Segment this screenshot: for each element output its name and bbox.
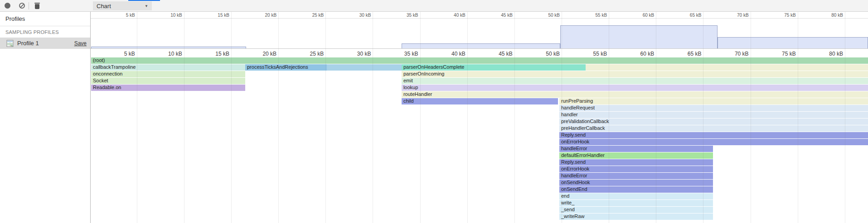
- overview-ruler: 5 kB10 kB15 kB20 kB25 kB30 kB35 kB40 kB4…: [91, 12, 868, 18]
- flame-bar-reply-send[interactable]: Reply.send: [559, 132, 868, 138]
- flame-bar-onconnection[interactable]: onconnection: [91, 71, 245, 77]
- ruler-tick-label: 25 kB: [296, 13, 324, 18]
- trash-icon[interactable]: [34, 3, 40, 9]
- flame-bar-root[interactable]: (root): [91, 57, 868, 64]
- overview-segment: [718, 37, 868, 48]
- flame-bar-defaulterrorhandler[interactable]: defaultErrorHandler: [559, 152, 713, 159]
- ruler-tick-label: 35 kB: [389, 51, 418, 57]
- ruler-tick-label: 10 kB: [153, 51, 182, 57]
- active-tab-indicator: [128, 0, 160, 1]
- ruler-tick-label: 65 kB: [674, 13, 701, 18]
- ruler-tick-label: 30 kB: [344, 13, 371, 18]
- ruler-tick-label: 35 kB: [391, 13, 418, 18]
- ruler-tick-label: 55 kB: [580, 13, 607, 18]
- ruler-tick-label: 45 kB: [484, 51, 513, 57]
- flame-bar-lookup[interactable]: lookup: [402, 85, 868, 91]
- ruler-tick-label: 65 kB: [672, 51, 701, 57]
- chart-view-select[interactable]: Chart ▼: [93, 1, 152, 10]
- ruler-tick-label: 75 kB: [767, 51, 796, 57]
- flame-bar-handleerror[interactable]: handleError: [559, 146, 713, 152]
- flame-bar-processticksandrejections[interactable]: processTicksAndRejections: [245, 64, 327, 71]
- flame-bar-onerrorhook[interactable]: onErrorHook: [559, 139, 868, 145]
- flame-bar-reply-send[interactable]: Reply.send: [559, 159, 713, 166]
- flame-bar-emit[interactable]: emit: [402, 78, 868, 84]
- sidebar: Profiles SAMPLING PROFILES % Profile 1 S…: [0, 12, 91, 223]
- profile-name: Profile 1: [17, 40, 74, 47]
- ruler-tick-label: 50 kB: [533, 13, 560, 18]
- flame-bar-socket[interactable]: Socket: [91, 78, 245, 84]
- flamechart-ruler: 5 kB10 kB15 kB20 kB25 kB30 kB35 kB40 kB4…: [91, 50, 868, 57]
- sampling-profiles-section-label: SAMPLING PROFILES: [0, 26, 90, 38]
- ruler-tick-label: 70 kB: [722, 13, 749, 18]
- flame-bar-onerrorhook[interactable]: onErrorHook: [559, 166, 713, 172]
- overview-pane[interactable]: [91, 18, 868, 49]
- overview-segment: [402, 43, 560, 48]
- ruler-tick-label: 20 kB: [247, 51, 276, 57]
- ruler-tick-label: 10 kB: [155, 13, 182, 18]
- flame-bar-handleerror[interactable]: handleError: [559, 173, 713, 179]
- chart-view-select-label: Chart: [97, 3, 111, 9]
- flame-bar-handler[interactable]: handler: [559, 112, 868, 118]
- flame-bar-prehandlercallback[interactable]: preHandlerCallback: [559, 125, 868, 132]
- trash-can: [35, 4, 39, 9]
- sidebar-item-profile-1[interactable]: % Profile 1 Save: [0, 38, 90, 49]
- ruler-tick-label: 5 kB: [106, 51, 135, 57]
- chart-region: 5 kB10 kB15 kB20 kB25 kB30 kB35 kB40 kB4…: [91, 12, 868, 223]
- flame-bar-callbacktrampoline[interactable]: callbackTrampoline: [91, 64, 245, 71]
- flame-bar-parseronheaderscomplete[interactable]: parserOnHeadersComplete: [402, 64, 586, 71]
- flame-bar-readable-on[interactable]: Readable.on: [91, 85, 245, 91]
- ruler-tick-label: 25 kB: [295, 51, 324, 57]
- ruler-tick-label: 55 kB: [578, 51, 607, 57]
- ruler-tick-label: 60 kB: [627, 13, 654, 18]
- profiler-app: { "toolbar": { "chart_select_label": "Ch…: [0, 0, 868, 223]
- svg-text:%: %: [10, 44, 13, 47]
- ruler-tick-label: 30 kB: [342, 51, 371, 57]
- toolbar: Chart ▼: [0, 0, 868, 12]
- trash-lid: [34, 3, 40, 4]
- flame-bar-send[interactable]: _send: [559, 207, 713, 213]
- overview-segment: [560, 25, 718, 49]
- flame-bar-writeraw[interactable]: _writeRaw: [559, 214, 713, 220]
- flame-bar[interactable]: [586, 64, 868, 71]
- ruler-tick-label: 60 kB: [625, 51, 654, 57]
- flame-bar-write[interactable]: write_: [559, 200, 713, 206]
- record-button[interactable]: [5, 3, 10, 9]
- flame-bar-child[interactable]: child: [402, 98, 558, 104]
- flame-bar[interactable]: [327, 64, 402, 71]
- flame-bar-runpreparsing[interactable]: runPreParsing: [559, 98, 868, 104]
- ruler-tick-label: 80 kB: [814, 51, 843, 57]
- ruler-tick-label: 40 kB: [436, 51, 466, 57]
- toolbar-separator: [29, 2, 29, 9]
- profile-save-link[interactable]: Save: [74, 40, 87, 47]
- ruler-tick-label: 45 kB: [485, 13, 513, 18]
- ruler-tick-label: 50 kB: [531, 51, 560, 57]
- flame-bar-prevalidationcallback[interactable]: preValidationCallback: [559, 119, 868, 125]
- ruler-tick-label: 80 kB: [816, 13, 843, 18]
- ruler-tick-label: 5 kB: [108, 13, 135, 18]
- flame-bar-onsendend[interactable]: onSendEnd: [559, 186, 713, 193]
- ruler-tick-label: 15 kB: [202, 13, 229, 18]
- chevron-down-icon: ▼: [145, 4, 148, 8]
- profile-icon: %: [6, 40, 14, 47]
- ruler-tick-label: 75 kB: [769, 13, 796, 18]
- flame-bar-parseronincoming[interactable]: parserOnIncoming: [402, 71, 868, 77]
- flame-bar-routehandler[interactable]: routeHandler: [402, 91, 868, 98]
- ruler-tick-label: 15 kB: [200, 51, 229, 57]
- profiles-header: Profiles: [0, 12, 90, 26]
- clear-icon[interactable]: [19, 3, 25, 9]
- ruler-tick-label: 70 kB: [720, 51, 749, 57]
- ruler-tick-label: 20 kB: [249, 13, 276, 18]
- ruler-tick-label: 40 kB: [438, 13, 466, 18]
- overview-segment: [91, 47, 246, 48]
- flamechart: (root)callbackTrampolineprocessTicksAndR…: [91, 57, 868, 223]
- flame-bar-onsendhook[interactable]: onSendHook: [559, 180, 713, 186]
- flame-bar-end[interactable]: end: [559, 193, 713, 199]
- flame-bar-handlerequest[interactable]: handleRequest: [559, 105, 868, 111]
